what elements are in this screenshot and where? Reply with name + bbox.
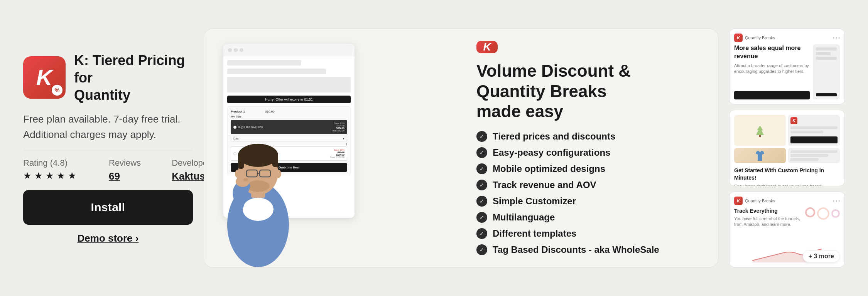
gray-bar-1 xyxy=(227,60,301,66)
feature-item-7: ✓ Different templates xyxy=(476,228,703,239)
features-logo-letter: K xyxy=(483,41,491,53)
thumb3-content: Track Everything You have full control o… xyxy=(734,207,840,241)
feature-item-1: ✓ Tiered prices and discounts xyxy=(476,131,703,142)
svg-point-14 xyxy=(243,178,248,181)
circle-1 xyxy=(805,207,815,217)
circle-3 xyxy=(831,209,840,218)
thumb1-left: More sales equal more revenue Attract a … xyxy=(734,44,810,99)
install-button[interactable]: Install xyxy=(23,190,193,225)
thumb2-grid: K xyxy=(734,115,840,163)
thumbnail-card-1[interactable]: K Quantity Breaks • • • More sales equal… xyxy=(729,29,845,104)
page-wrapper: K % K: Tiered Pricing for Quantity Free … xyxy=(0,0,868,296)
feature-check-2: ✓ xyxy=(476,147,487,158)
thumb1-title-text: Quantity Breaks xyxy=(745,35,775,40)
feature-text-4: Track revenue and AOV xyxy=(493,180,596,190)
feature-item-4: ✓ Track revenue and AOV xyxy=(476,180,703,190)
svg-point-10 xyxy=(275,170,281,178)
thumb3-header: K Quantity Breaks • • • xyxy=(734,197,840,205)
svg-rect-5 xyxy=(272,155,278,167)
feature-check-7: ✓ xyxy=(476,228,487,239)
feature-item-8: ✓ Tag Based Discounts - aka WholeSale xyxy=(476,244,703,255)
feature-check-4: ✓ xyxy=(476,180,487,190)
svg-point-3 xyxy=(238,144,278,167)
meta-reviews: Reviews 69 xyxy=(109,158,141,182)
thumb3-left: Track Everything You have full control o… xyxy=(734,207,801,241)
mockup-area: Hurry! Offer will expire in 01:51 Produc… xyxy=(204,29,461,267)
right-panel: K Quantity Breaks • • • More sales equal… xyxy=(729,29,845,267)
circle-2 xyxy=(817,207,829,220)
middle-panel: Hurry! Offer will expire in 01:51 Produc… xyxy=(204,29,718,267)
thumb1-heading: More sales equal more revenue xyxy=(734,44,810,61)
main-container: K % K: Tiered Pricing for Quantity Free … xyxy=(0,0,868,296)
thumb2-cell-1 xyxy=(734,115,786,146)
feature-check-1: ✓ xyxy=(476,131,487,142)
dot-yellow xyxy=(234,48,238,52)
middle-inner: Hurry! Offer will expire in 01:51 Produc… xyxy=(204,29,718,267)
thumbnail-card-3[interactable]: K Quantity Breaks • • • Track Everything… xyxy=(729,192,845,267)
app-title: K: Tiered Pricing for Quantity xyxy=(74,52,193,104)
chart-circles-row xyxy=(805,207,840,220)
feature-text-1: Tiered prices and discounts xyxy=(493,131,615,142)
star-5: ★ xyxy=(68,170,78,180)
svg-rect-15 xyxy=(759,135,761,137)
features-title: Volume Discount & Quantity Breaks made e… xyxy=(476,61,703,122)
thumb2-heading: Get Started With Custom Pricing In Minut… xyxy=(734,167,840,181)
dot-red xyxy=(228,48,232,52)
reviews-label: Reviews xyxy=(109,158,141,168)
app-icon-letter: K xyxy=(36,66,52,89)
features-area: K Volume Discount & Quantity Breaks made… xyxy=(461,29,718,267)
thumb2-cell-3 xyxy=(734,148,786,163)
star-1: ★ xyxy=(23,170,33,180)
gray-block xyxy=(227,77,351,92)
feature-text-6: Multilanguage xyxy=(493,212,555,223)
thumb1-header: K Quantity Breaks • • • xyxy=(734,34,840,42)
thumb1-logo: K xyxy=(734,34,743,42)
thumb3-logo: K xyxy=(734,197,743,205)
thumb2-cell-4 xyxy=(788,148,840,163)
left-panel: K % K: Tiered Pricing for Quantity Free … xyxy=(23,52,193,245)
app-icon: K % xyxy=(23,56,66,99)
feature-check-8: ✓ xyxy=(476,244,487,255)
svg-rect-4 xyxy=(238,155,244,169)
gray-bar-2 xyxy=(227,69,326,74)
thumb1-desc: Attract a broader range of customers by … xyxy=(734,63,810,75)
divider-1 xyxy=(23,150,193,150)
thumb3-heading: Track Everything xyxy=(734,207,801,214)
app-icon-badge: % xyxy=(52,85,62,96)
thumb1-cta-bar xyxy=(734,91,810,99)
feature-text-2: Easy-peasy configurations xyxy=(493,147,610,158)
thumb3-desc: You have full control of the funnels, fr… xyxy=(734,216,801,228)
demo-store-link[interactable]: Demo store › xyxy=(23,232,193,244)
reviews-count[interactable]: 69 xyxy=(109,170,141,182)
features-logo: K xyxy=(476,41,498,53)
feature-item-6: ✓ Multilanguage xyxy=(476,212,703,223)
thumb1-inner: K Quantity Breaks • • • More sales equal… xyxy=(730,29,844,104)
app-title-block: K: Tiered Pricing for Quantity xyxy=(74,52,193,104)
meta-row: Rating (4.8) ★ ★ ★ ★ ★ Reviews 69 xyxy=(23,158,193,182)
feature-check-5: ✓ xyxy=(476,196,487,207)
thumb2-cell-2: K xyxy=(788,115,840,146)
feature-text-8: Tag Based Discounts - aka WholeSale xyxy=(493,244,659,255)
more-badge[interactable]: + 3 more xyxy=(803,250,840,262)
thumb1-body: More sales equal more revenue Attract a … xyxy=(734,44,840,99)
feature-text-7: Different templates xyxy=(493,228,576,239)
person-image xyxy=(204,105,312,267)
thumbnail-card-2[interactable]: K xyxy=(729,110,845,186)
app-header: K % K: Tiered Pricing for Quantity xyxy=(23,52,193,104)
feature-check-3: ✓ xyxy=(476,163,487,174)
browser-dots xyxy=(223,44,355,56)
thumb2-inner: K xyxy=(730,110,844,185)
star-3: ★ xyxy=(46,170,56,180)
thumb2-desc: Easy brass dashboard to set up volume ba… xyxy=(734,183,840,186)
svg-point-13 xyxy=(236,176,250,187)
star-4: ★ xyxy=(57,170,67,180)
star-2: ★ xyxy=(34,170,44,180)
feature-item-5: ✓ Simple Customizer xyxy=(476,196,703,207)
dot-green xyxy=(240,48,243,52)
thumb1-right-image xyxy=(813,44,840,99)
stars: ★ ★ ★ ★ ★ xyxy=(23,170,78,180)
rating-label: Rating (4.8) xyxy=(23,158,78,168)
feature-text-3: Mobile optimized designs xyxy=(493,163,605,174)
feature-item-3: ✓ Mobile optimized designs xyxy=(476,163,703,174)
timer-bar: Hurry! Offer will expire in 01:51 xyxy=(227,96,351,103)
